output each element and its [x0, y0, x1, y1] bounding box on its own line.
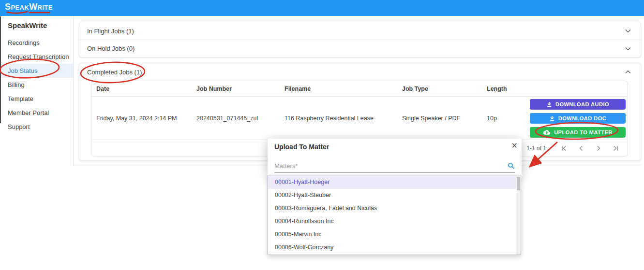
accordion-completed-jobs[interactable]: Completed Jobs (1)	[79, 63, 641, 81]
top-app-bar: SpeakWrite	[0, 0, 644, 16]
sidebar-title: SpeakWrite	[0, 16, 73, 29]
accordion-in-flight-jobs[interactable]: In Flight Jobs (1)	[79, 22, 641, 40]
cell-filename: 116 Raspberry Residential Lease	[285, 115, 402, 122]
sidebar-item-template[interactable]: Template	[0, 92, 73, 106]
upload-to-matter-button[interactable]: UPLOAD TO MATTER	[530, 127, 626, 138]
chevron-right-icon	[595, 145, 602, 152]
button-label: UPLOAD TO MATTER	[554, 129, 613, 135]
table-header-row: Date Job Number Filename Job Type Length	[91, 81, 628, 97]
logo-text-write: Write	[29, 2, 53, 12]
next-page-button[interactable]	[590, 142, 607, 155]
matter-option[interactable]: 00002-Hyatt-Steuber	[268, 189, 521, 202]
button-label: DOWNLOAD DOC	[558, 115, 607, 121]
row-actions: DOWNLOAD AUDIO DOWNLOAD DOC UPLOAD TO MA…	[525, 99, 628, 138]
button-label: DOWNLOAD AUDIO	[555, 101, 609, 107]
last-page-button[interactable]	[607, 142, 625, 155]
download-audio-button[interactable]: DOWNLOAD AUDIO	[530, 99, 626, 110]
sidebar-nav: Recordings Request Transcription Job Sta…	[0, 36, 73, 134]
chevron-up-icon	[625, 70, 631, 74]
matter-option[interactable]: 00005-Marvin Inc	[268, 228, 521, 241]
speakwrite-logo[interactable]: SpeakWrite	[5, 1, 53, 13]
upload-to-matter-dialog: Upload To Matter ✕	[268, 139, 522, 175]
cell-job-type: Single Speaker / PDF	[402, 115, 487, 122]
dropdown-scrollbar[interactable]	[516, 175, 521, 255]
chevron-down-icon	[625, 29, 631, 33]
accordion-label: On Hold Jobs (0)	[87, 45, 135, 52]
speakwrite-job-status-page: { "topbar": { "brand_first": "Speak", "b…	[0, 0, 644, 270]
column-header-length: Length	[487, 85, 525, 92]
download-icon	[549, 115, 555, 121]
sidebar-item-job-status[interactable]: Job Status	[0, 64, 73, 78]
close-icon[interactable]: ✕	[511, 141, 518, 151]
first-page-icon	[560, 145, 567, 152]
scrollbar-thumb[interactable]	[517, 177, 520, 190]
matters-search-field	[274, 161, 515, 173]
chevron-down-icon	[625, 47, 631, 51]
dialog-title: Upload To Matter	[274, 143, 329, 151]
matter-option[interactable]: 00001-Hyatt-Hoeger	[268, 175, 521, 189]
download-doc-button[interactable]: DOWNLOAD DOC	[530, 113, 626, 124]
sidebar-item-support[interactable]: Support	[0, 120, 73, 134]
table-row: Friday, May 31, 2024 2:14 PM 20240531_07…	[91, 97, 628, 140]
last-page-icon	[613, 145, 619, 152]
matters-search-input[interactable]	[274, 162, 497, 170]
sidebar-item-billing[interactable]: Billing	[0, 78, 73, 92]
accordion-on-hold-jobs[interactable]: On Hold Jobs (0)	[79, 40, 641, 57]
logo-text-speak: Speak	[5, 2, 29, 12]
search-icon[interactable]	[508, 162, 515, 171]
first-page-button[interactable]	[555, 142, 572, 155]
chevron-left-icon	[578, 145, 584, 152]
download-icon	[546, 101, 552, 107]
cell-length: 10p	[487, 115, 525, 122]
column-header-filename: Filename	[285, 85, 402, 92]
matter-option[interactable]: 00006-Wolf-Gorczany	[268, 241, 521, 254]
column-header-job-type: Job Type	[402, 85, 487, 92]
paginator-range-label: 1-1 of 1	[526, 145, 546, 152]
matter-option[interactable]: 00003-Romaguera, Fadel and Nicolas	[268, 202, 521, 215]
cloud-upload-icon	[543, 129, 551, 135]
previous-page-button[interactable]	[572, 142, 590, 155]
sidebar: SpeakWrite Recordings Request Transcript…	[0, 16, 74, 166]
accordion-label: In Flight Jobs (1)	[87, 28, 134, 35]
cell-job-number: 20240531_071445_zul	[196, 115, 285, 122]
logo-underline-swoosh	[5, 11, 51, 14]
matter-option[interactable]: 00004-Runolfsson Inc	[268, 215, 521, 228]
matters-options-list: 00001-Hyatt-Hoeger 00002-Hyatt-Steuber 0…	[268, 175, 521, 255]
column-header-date: Date	[91, 85, 196, 92]
cell-date: Friday, May 31, 2024 2:14 PM	[91, 115, 196, 122]
accordion-label: Completed Jobs (1)	[87, 69, 142, 76]
sidebar-item-request-transcription[interactable]: Request Transcription	[0, 50, 73, 64]
sidebar-item-member-portal[interactable]: Member Portal	[0, 106, 73, 120]
column-header-job-number: Job Number	[196, 85, 285, 92]
sidebar-item-recordings[interactable]: Recordings	[0, 36, 73, 50]
window-edge-artifact	[0, 16, 1, 123]
jobs-accordion-group: In Flight Jobs (1) On Hold Jobs (0)	[79, 22, 641, 57]
